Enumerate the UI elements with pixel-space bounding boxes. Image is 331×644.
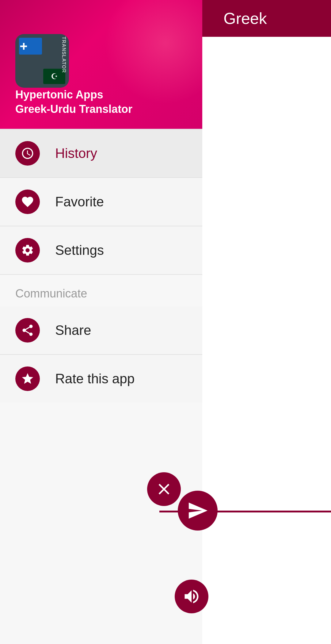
- send-icon: [187, 500, 208, 521]
- clock-icon-circle: [15, 141, 40, 166]
- star-icon-circle: [15, 366, 40, 391]
- star-icon: [21, 372, 34, 385]
- communicate-section-header: Communicate: [0, 275, 202, 306]
- greek-flag: [19, 38, 42, 55]
- history-label: History: [55, 146, 97, 161]
- share-icon-circle: [15, 318, 40, 343]
- close-icon: [155, 480, 173, 498]
- gear-icon: [21, 243, 34, 257]
- rate-label: Rate this app: [55, 371, 135, 386]
- close-button[interactable]: [147, 472, 181, 506]
- favorite-label: Favorite: [55, 194, 104, 209]
- share-icon: [21, 324, 34, 337]
- sidebar-item-rate[interactable]: Rate this app: [0, 355, 202, 403]
- speaker-icon: [182, 587, 201, 606]
- sidebar: ☪ TRANSLATOR Hypertonic Apps Greek-Urdu …: [0, 0, 202, 644]
- share-label: Share: [55, 323, 91, 338]
- app-title: Hypertonic Apps Greek-Urdu Translator: [15, 88, 187, 117]
- speaker-button[interactable]: [175, 580, 208, 613]
- sidebar-item-share[interactable]: Share: [0, 306, 202, 354]
- sidebar-item-settings[interactable]: Settings: [0, 226, 202, 274]
- gear-icon-circle: [15, 238, 40, 263]
- clock-icon: [21, 147, 34, 160]
- heart-icon: [21, 195, 34, 209]
- sidebar-item-history[interactable]: History: [0, 129, 202, 177]
- heart-icon-circle: [15, 190, 40, 214]
- send-button[interactable]: [178, 491, 218, 531]
- settings-label: Settings: [55, 243, 104, 258]
- menu-section: History Favorite Settings: [0, 129, 202, 275]
- language-label: Greek: [223, 9, 267, 28]
- sidebar-item-favorite[interactable]: Favorite: [0, 178, 202, 226]
- app-icon: ☪ TRANSLATOR: [15, 34, 69, 88]
- communicate-title: Communicate: [15, 287, 87, 300]
- app-header: ☪ TRANSLATOR Hypertonic Apps Greek-Urdu …: [0, 0, 202, 129]
